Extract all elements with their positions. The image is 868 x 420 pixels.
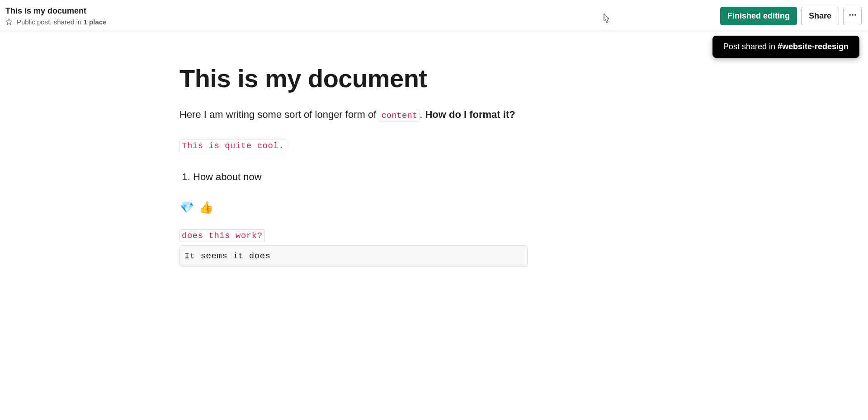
code-standalone[interactable]: This is quite cool. xyxy=(179,140,286,152)
list-item[interactable]: How about now xyxy=(193,169,528,184)
code-block[interactable]: It seems it does xyxy=(179,245,528,267)
document-meta: Public post, shared in 1 place xyxy=(5,18,106,26)
emoji-row[interactable]: 💎 👍 xyxy=(179,201,528,213)
gem-emoji-icon: 💎 xyxy=(179,201,195,214)
thumbs-up-emoji-icon: 👍 xyxy=(199,201,214,214)
document-title: This is my document xyxy=(5,6,106,16)
page-title[interactable]: This is my document xyxy=(179,63,528,94)
star-icon[interactable] xyxy=(5,18,13,25)
ordered-list[interactable]: How about now xyxy=(179,169,528,184)
header-left: This is my document Public post, shared … xyxy=(5,6,106,25)
paragraph-1[interactable]: Here I am writing some sort of longer fo… xyxy=(179,107,528,122)
para-mid: . xyxy=(420,109,425,120)
para-bold: How do I format it? xyxy=(425,109,515,120)
svg-point-1 xyxy=(852,14,853,15)
dots-horizontal-icon xyxy=(848,10,857,22)
document-meta-text[interactable]: Public post, shared in 1 place xyxy=(17,18,106,26)
tooltip-channel: #website-redesign xyxy=(778,42,849,51)
finished-editing-button[interactable]: Finished editing xyxy=(720,7,797,25)
para-prefix: Here I am writing some sort of longer fo… xyxy=(179,109,379,120)
inline-code: content xyxy=(379,110,420,121)
share-tooltip: Post shared in #website-redesign xyxy=(712,36,859,58)
code-label[interactable]: does this work? xyxy=(179,229,265,242)
document-header: This is my document Public post, shared … xyxy=(0,0,868,31)
svg-point-0 xyxy=(849,14,850,15)
tooltip-prefix: Post shared in xyxy=(723,42,778,51)
document-body[interactable]: This is my document Here I am writing so… xyxy=(179,31,528,267)
meta-place-count: 1 place xyxy=(84,18,107,26)
header-right: Finished editing Share Post shared in #w… xyxy=(720,7,862,25)
more-actions-button[interactable] xyxy=(843,7,862,25)
svg-point-2 xyxy=(854,14,856,15)
share-button[interactable]: Share xyxy=(801,7,839,25)
meta-prefix: Public post, shared in xyxy=(17,18,84,26)
